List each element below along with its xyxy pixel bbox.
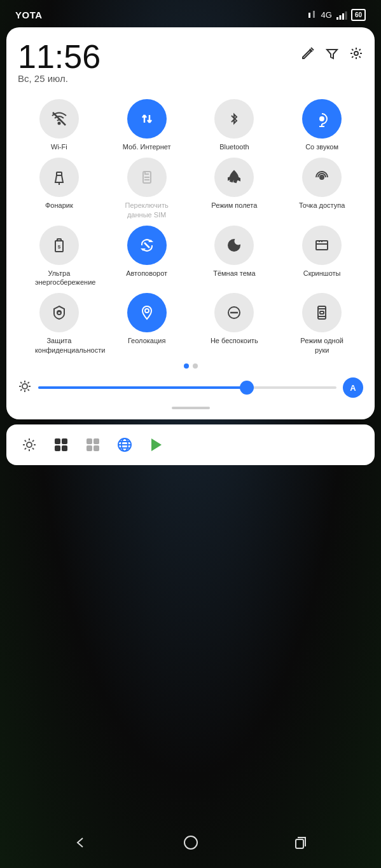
tile-one-hand-label: Режим одной руки xyxy=(298,336,346,355)
filter-icon[interactable] xyxy=(325,46,339,64)
svg-rect-45 xyxy=(55,445,60,451)
tile-sim-circle xyxy=(127,158,167,197)
svg-rect-19 xyxy=(57,239,61,241)
back-button[interactable] xyxy=(71,833,90,857)
tile-battery-saver-circle: $ xyxy=(39,226,79,265)
tile-airplane[interactable]: Режим полета xyxy=(193,158,276,219)
notification-panel: 11:56 Вс, 25 июл. xyxy=(6,27,375,419)
tile-hotspot-circle xyxy=(302,158,342,197)
brightness-auto-button[interactable]: A xyxy=(343,377,363,398)
tile-autorotate-label: Автоповорот xyxy=(126,269,167,278)
tile-bluetooth-label: Bluetooth xyxy=(219,142,249,151)
app1-icon[interactable] xyxy=(50,433,73,456)
svg-rect-2 xyxy=(342,13,344,20)
svg-rect-32 xyxy=(320,311,324,314)
tile-flashlight-circle xyxy=(39,158,79,197)
svg-point-6 xyxy=(58,123,60,125)
edit-icon[interactable] xyxy=(301,46,315,64)
tile-dark-theme[interactable]: Тёмная тема xyxy=(193,226,276,287)
svg-rect-24 xyxy=(316,241,328,250)
svg-rect-50 xyxy=(94,445,99,451)
home-button[interactable] xyxy=(181,833,200,857)
tile-sound-label: Со звуком xyxy=(305,142,338,151)
tile-sim-switch[interactable]: Переключить данные SIM xyxy=(106,158,188,219)
tile-location[interactable]: Геолокация xyxy=(106,293,188,355)
pagination-dots xyxy=(18,363,363,369)
app2-icon[interactable] xyxy=(81,433,104,456)
tile-privacy-circle xyxy=(39,293,79,332)
tile-dnd-label: Не беспокоить xyxy=(211,336,258,345)
status-right: 4G 60 xyxy=(306,9,366,21)
tile-privacy[interactable]: Защита конфиденциальности xyxy=(18,293,100,355)
brightness-icon xyxy=(18,379,32,397)
svg-point-5 xyxy=(354,51,358,55)
page-dot-1[interactable] xyxy=(184,363,189,369)
tile-flashlight-label: Фонарик xyxy=(45,201,73,210)
tile-bluetooth[interactable]: Bluetooth xyxy=(193,99,276,151)
tile-wifi-circle xyxy=(39,99,79,139)
tile-dark-theme-circle xyxy=(214,226,254,265)
svg-rect-3 xyxy=(345,11,347,20)
app3-icon[interactable] xyxy=(113,433,136,456)
header-actions xyxy=(301,40,363,64)
svg-point-26 xyxy=(145,309,149,313)
svg-marker-56 xyxy=(151,438,162,451)
brightness-slider[interactable] xyxy=(38,386,336,389)
brightness-row: A xyxy=(18,377,363,398)
svg-point-33 xyxy=(22,384,27,389)
svg-rect-44 xyxy=(62,438,67,444)
recents-button[interactable] xyxy=(291,833,310,857)
app-tray xyxy=(6,424,375,465)
tile-battery-saver[interactable]: $ Ультра энергосбережение xyxy=(18,226,100,287)
carrier-label: YOTA xyxy=(15,10,43,20)
tile-wifi-label: Wi-Fi xyxy=(51,142,67,151)
tile-mobile-data-label: Моб. Интернет xyxy=(123,142,171,151)
page-dot-2[interactable] xyxy=(193,363,198,369)
tile-wifi[interactable]: Wi-Fi xyxy=(18,99,100,151)
svg-rect-1 xyxy=(339,15,341,20)
signal-bars-icon xyxy=(336,11,347,20)
tile-hotspot[interactable]: Точка доступа xyxy=(281,158,363,219)
signal-icon xyxy=(306,10,317,20)
tile-hotspot-label: Точка доступа xyxy=(299,201,345,210)
svg-text:$: $ xyxy=(58,244,61,250)
tile-autorotate[interactable]: Автоповорот xyxy=(106,226,188,287)
svg-rect-49 xyxy=(87,445,92,451)
tile-airplane-circle xyxy=(214,158,254,197)
app4-icon[interactable] xyxy=(145,433,168,456)
tile-screenshot-label: Скриншоты xyxy=(303,269,341,278)
tile-dark-theme-label: Тёмная тема xyxy=(213,269,255,278)
settings-app-icon[interactable] xyxy=(18,433,41,456)
tile-battery-saver-label: Ультра энергосбережение xyxy=(35,269,83,287)
svg-point-8 xyxy=(320,117,324,121)
settings-icon[interactable] xyxy=(349,46,363,64)
svg-line-40 xyxy=(28,382,29,383)
tile-airplane-label: Режим полета xyxy=(211,201,257,210)
status-bar: YOTA 4G 60 xyxy=(0,0,381,27)
svg-line-38 xyxy=(20,382,22,383)
tile-screenshot[interactable]: Скриншоты xyxy=(281,226,363,287)
svg-point-42 xyxy=(27,442,32,447)
svg-rect-0 xyxy=(336,17,338,20)
battery-indicator: 60 xyxy=(351,9,366,21)
tile-sound-circle xyxy=(302,99,342,139)
tile-screenshot-circle xyxy=(302,226,342,265)
tile-bluetooth-circle xyxy=(214,99,254,139)
tile-location-circle xyxy=(127,293,167,332)
tile-sound[interactable]: Со звуком xyxy=(281,99,363,151)
tile-dnd[interactable]: Не беспокоить xyxy=(193,293,276,355)
clock-time: 11:56 xyxy=(18,40,100,73)
tile-flashlight[interactable]: Фонарик xyxy=(18,158,100,219)
tile-one-hand-circle xyxy=(302,293,342,332)
tile-one-hand[interactable]: Режим одной руки xyxy=(281,293,363,355)
svg-rect-48 xyxy=(94,438,99,444)
tile-mobile-data-circle xyxy=(127,99,167,139)
tile-mobile-data[interactable]: Моб. Интернет xyxy=(106,99,188,151)
tile-autorotate-circle xyxy=(127,226,167,265)
tile-dnd-circle xyxy=(214,293,254,332)
navigation-bar xyxy=(0,833,381,857)
brightness-thumb xyxy=(240,381,254,395)
svg-line-23 xyxy=(144,243,149,248)
tile-sim-label: Переключить данные SIM xyxy=(123,201,171,219)
battery-level: 60 xyxy=(355,11,362,18)
